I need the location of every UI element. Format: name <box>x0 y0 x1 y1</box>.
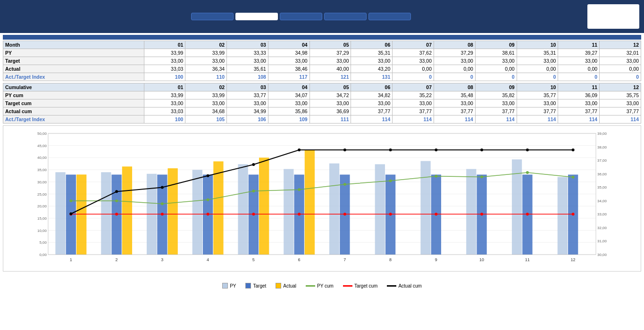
cum-col-06: 06 <box>351 83 393 91</box>
svg-text:9: 9 <box>435 257 437 262</box>
svg-point-90 <box>252 163 255 166</box>
svg-text:35,00: 35,00 <box>37 168 47 172</box>
svg-text:40,00: 40,00 <box>37 156 47 160</box>
cell-5: 131 <box>351 73 393 81</box>
cell-7: 0 <box>434 73 476 81</box>
svg-point-97 <box>572 148 575 151</box>
cell-2: 33,00 <box>227 57 268 65</box>
cum-col-header-label: Cumulative <box>3 83 144 91</box>
svg-point-65 <box>207 198 209 201</box>
cum-col-09: 09 <box>475 83 517 91</box>
legend-icon <box>276 283 281 289</box>
svg-point-92 <box>343 148 346 151</box>
cum-cell-2: 33,77 <box>227 91 268 99</box>
cell-10: 0,00 <box>558 65 600 73</box>
svg-point-70 <box>435 175 437 178</box>
svg-point-94 <box>435 148 437 151</box>
cum-col-04: 04 <box>268 83 309 91</box>
cum-cell-1: 34,68 <box>185 107 227 116</box>
svg-point-68 <box>343 183 346 186</box>
cum-col-08: 08 <box>434 83 476 91</box>
svg-point-69 <box>389 180 392 182</box>
svg-point-80 <box>343 213 346 215</box>
cell-5: 43,20 <box>351 65 393 73</box>
cell-7: 33,00 <box>434 57 476 65</box>
svg-point-66 <box>252 190 255 192</box>
cum-row-1: Target cum33,0033,0033,0033,0033,0033,00… <box>3 99 641 107</box>
nav-charts[interactable] <box>235 13 278 20</box>
svg-text:20,00: 20,00 <box>37 204 47 208</box>
cum-cell-1: 105 <box>185 116 227 124</box>
cum-cell-10: 36,09 <box>558 91 600 99</box>
cell-4: 121 <box>309 73 351 81</box>
cum-cell-0: 100 <box>144 116 185 124</box>
svg-point-77 <box>207 213 209 215</box>
cum-row-label: Actual cum <box>3 107 144 116</box>
col-header-05: 05 <box>309 41 351 49</box>
nav-cy-actual[interactable] <box>280 13 322 20</box>
legend-icon <box>343 285 352 287</box>
cum-cell-2: 34,99 <box>227 107 268 116</box>
cum-col-03: 03 <box>227 83 268 91</box>
cum-col-05: 05 <box>309 83 351 91</box>
cell-0: 33,03 <box>144 65 185 73</box>
cell-4: 37,29 <box>309 49 351 57</box>
svg-point-86 <box>69 212 72 215</box>
svg-text:45,00: 45,00 <box>37 144 47 148</box>
col-header-11: 11 <box>558 41 600 49</box>
cum-col-12: 12 <box>600 83 641 91</box>
cum-cell-4: 33,00 <box>309 99 351 107</box>
cum-cell-11: 37,77 <box>600 107 641 116</box>
nav-py-actual[interactable] <box>368 13 411 20</box>
header <box>0 0 644 33</box>
cum-cell-9: 114 <box>517 116 558 124</box>
svg-text:35,00: 35,00 <box>597 185 607 190</box>
cell-6: 0,00 <box>393 65 434 73</box>
col-header-10: 10 <box>517 41 558 49</box>
cum-col-10: 10 <box>517 83 558 91</box>
legend-item-Actual-cum: Actual cum <box>387 283 421 289</box>
svg-point-91 <box>298 148 301 151</box>
row-label: Target <box>3 57 144 65</box>
svg-rect-50 <box>329 164 339 255</box>
cum-cell-3: 33,00 <box>268 99 309 107</box>
svg-point-72 <box>526 171 529 174</box>
cell-2: 108 <box>227 73 268 81</box>
row-label: Actual <box>3 65 144 73</box>
cell-0: 100 <box>144 73 185 81</box>
cell-10: 33,00 <box>558 57 600 65</box>
legend-label: PY <box>230 283 236 289</box>
legend-item-PY: PY <box>222 283 236 289</box>
cell-11: 32,01 <box>600 49 641 57</box>
cum-cell-0: 33,03 <box>144 107 185 116</box>
cell-2: 35,61 <box>227 65 268 73</box>
cell-0: 33,00 <box>144 57 185 65</box>
legend-item-Target: Target <box>245 283 266 289</box>
svg-rect-54 <box>420 161 430 255</box>
svg-point-89 <box>207 174 209 177</box>
cell-4: 40,00 <box>309 65 351 73</box>
cum-cell-4: 111 <box>309 116 351 124</box>
cell-11: 0 <box>600 73 641 81</box>
svg-rect-60 <box>558 177 568 255</box>
legend-label: Target cum <box>354 283 377 289</box>
cum-cell-3: 34,07 <box>268 91 309 99</box>
cell-3: 34,98 <box>268 49 309 57</box>
legend-icon <box>222 283 228 289</box>
cum-col-02: 02 <box>185 83 227 91</box>
svg-rect-56 <box>466 169 476 255</box>
svg-rect-35 <box>101 172 111 255</box>
svg-text:34,00: 34,00 <box>597 199 607 203</box>
cell-9: 33,00 <box>517 57 558 65</box>
cum-cell-3: 109 <box>268 116 309 124</box>
nav-cy-target[interactable] <box>324 13 367 20</box>
nav-dashboard[interactable] <box>191 13 234 20</box>
svg-rect-40 <box>168 168 178 255</box>
svg-text:3: 3 <box>161 257 163 262</box>
cell-5: 33,00 <box>351 57 393 65</box>
legend-label: PY cum <box>317 283 334 289</box>
company-logo <box>587 4 639 29</box>
cell-11: 0,00 <box>600 65 641 73</box>
cell-6: 37,62 <box>393 49 434 57</box>
cell-3: 38,46 <box>268 65 309 73</box>
